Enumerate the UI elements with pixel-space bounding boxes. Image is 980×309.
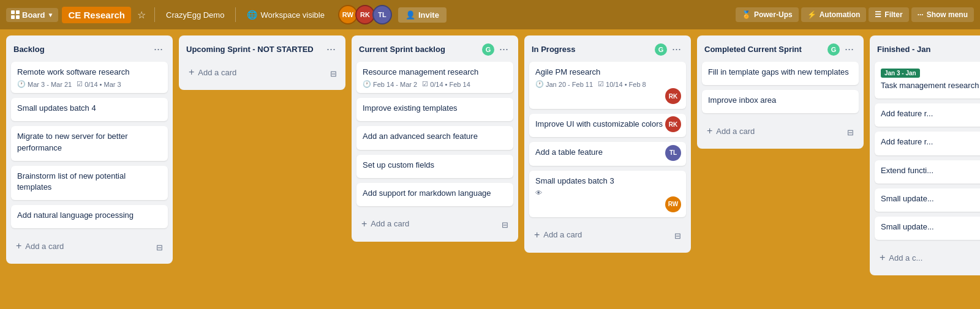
board-label: Board bbox=[22, 10, 45, 20]
card-meta-item: ☑10/14 • Feb 8 bbox=[598, 80, 646, 88]
board-title-button[interactable]: CE Research bbox=[62, 7, 131, 23]
archive-button[interactable]: ⊟ bbox=[329, 68, 338, 80]
card[interactable]: Improve existing templates bbox=[356, 98, 513, 121]
column-menu-button[interactable]: ··· bbox=[324, 42, 338, 57]
card[interactable]: Add an advanced search feature bbox=[356, 126, 513, 149]
g-sync-icon: G bbox=[482, 43, 494, 56]
card[interactable]: Fill in template gaps with new templates bbox=[702, 62, 859, 85]
archive-button[interactable]: ⊟ bbox=[845, 127, 856, 138]
invite-button[interactable]: 👤 Invite bbox=[398, 7, 447, 23]
card[interactable]: Extend functi... bbox=[875, 160, 980, 184]
meta-icon: ☑ bbox=[77, 80, 83, 88]
card-meta: 🕐Feb 14 - Mar 2☑0/14 • Feb 14 bbox=[363, 80, 507, 88]
card-title: Improve existing templates bbox=[363, 103, 507, 114]
add-card-button[interactable]: +Add a card bbox=[532, 225, 672, 245]
column-menu-button[interactable]: ··· bbox=[842, 42, 856, 57]
divider bbox=[235, 7, 236, 22]
card[interactable]: Small updates batch 4 bbox=[11, 98, 168, 121]
card-title: Add feature r... bbox=[881, 136, 980, 147]
board-button[interactable]: Board ▼ bbox=[6, 8, 58, 22]
card-title: Improve inbox area bbox=[708, 95, 853, 106]
card[interactable]: Add feature r... bbox=[875, 132, 980, 155]
plus-icon: + bbox=[707, 125, 712, 136]
card[interactable]: Small updates batch 3👁RW bbox=[529, 171, 686, 217]
plus-icon: + bbox=[16, 240, 21, 251]
card[interactable]: Agile PM research🕐Jan 20 - Feb 11☑10/14 … bbox=[529, 62, 686, 109]
filter-button[interactable]: ☰ Filter bbox=[869, 7, 908, 22]
card-meta-item: 🕐Jan 20 - Feb 11 bbox=[535, 80, 593, 88]
column-header-upcoming-sprint: Upcoming Sprint - NOT STARTED··· bbox=[179, 35, 345, 62]
card[interactable]: Add a table featureTL bbox=[529, 142, 686, 165]
add-card-button[interactable]: +Add a c... bbox=[877, 247, 980, 268]
column-finished: Finished - Jan···Jan 3 - JanTask managem… bbox=[870, 35, 980, 275]
crazyegg-button[interactable]: CrazyEgg Demo bbox=[161, 8, 229, 22]
card[interactable]: Add support for markdown language bbox=[356, 183, 513, 206]
column-body-upcoming-sprint: +Add a card⊟ bbox=[179, 62, 345, 90]
archive-button[interactable]: ⊟ bbox=[154, 242, 165, 253]
card[interactable]: Jan 3 - JanTask management research bbox=[875, 62, 980, 99]
column-title: In Progress bbox=[532, 45, 655, 54]
add-card-button[interactable]: +Add a card bbox=[186, 62, 329, 83]
card[interactable]: Improve inbox area bbox=[702, 90, 859, 113]
star-button[interactable]: ☆ bbox=[135, 7, 148, 23]
column-header-in-progress: In ProgressG··· bbox=[524, 35, 691, 62]
column-header-completed-current-sprint: Completed Current SprintG··· bbox=[697, 35, 864, 62]
card-avatar: RK bbox=[665, 88, 681, 104]
card-avatar: RW bbox=[665, 196, 681, 212]
person-icon: 👤 bbox=[405, 10, 415, 20]
card-title: Small updates batch 4 bbox=[17, 103, 162, 114]
card[interactable]: Small update... bbox=[875, 188, 980, 212]
column-current-sprint-backlog: Current Sprint backlogG···Resource manag… bbox=[352, 35, 518, 242]
card-meta-item: 🕐Feb 14 - Mar 2 bbox=[363, 80, 417, 88]
add-card-button[interactable]: +Add a card bbox=[359, 214, 499, 234]
card[interactable]: Add feature r... bbox=[875, 103, 980, 127]
card-title: Add support for markdown language bbox=[363, 188, 507, 199]
card[interactable]: Improve UI with customizable colorsRK bbox=[529, 114, 686, 137]
show-menu-button[interactable]: ··· Show menu bbox=[911, 7, 974, 22]
automation-button[interactable]: ⚡ Automation bbox=[801, 7, 867, 22]
column-menu-button[interactable]: ··· bbox=[669, 42, 684, 57]
card[interactable]: Remote work software research🕐Mar 3 - Ma… bbox=[11, 62, 168, 93]
column-menu-button[interactable]: ··· bbox=[151, 42, 165, 57]
card[interactable]: Migrate to new server for better perform… bbox=[11, 126, 168, 160]
column-completed-current-sprint: Completed Current SprintG···Fill in temp… bbox=[697, 35, 864, 149]
column-header-backlog: Backlog··· bbox=[6, 35, 173, 62]
card-title: Extend functi... bbox=[881, 165, 980, 176]
avatar-tl[interactable]: TL bbox=[372, 5, 392, 24]
card-meta: 🕐Mar 3 - Mar 21☑0/14 • Mar 3 bbox=[17, 80, 162, 88]
card[interactable]: Resource management research🕐Feb 14 - Ma… bbox=[356, 62, 513, 93]
workspace-label: Workspace visible bbox=[260, 10, 325, 20]
card[interactable]: Add natural language processing bbox=[11, 205, 168, 228]
column-menu-button[interactable]: ··· bbox=[497, 42, 511, 57]
automation-icon: ⚡ bbox=[807, 10, 816, 19]
power-ups-button[interactable]: 🏅 Power-Ups bbox=[736, 7, 799, 22]
add-card-row: +Add a card⊟ bbox=[702, 118, 859, 149]
archive-button[interactable]: ⊟ bbox=[499, 219, 511, 231]
archive-button[interactable]: ⊟ bbox=[672, 230, 684, 242]
card[interactable]: Set up custom fields bbox=[356, 155, 513, 178]
column-body-completed-current-sprint: Fill in template gaps with new templates… bbox=[697, 62, 864, 149]
meta-icon: ☑ bbox=[422, 80, 428, 88]
column-title: Current Sprint backlog bbox=[359, 45, 482, 54]
card-meta-item: 🕐Mar 3 - Mar 21 bbox=[17, 80, 72, 88]
column-header-current-sprint-backlog: Current Sprint backlogG··· bbox=[352, 35, 518, 62]
card-title: Add a table feature bbox=[535, 147, 680, 158]
card[interactable]: Small update... bbox=[875, 217, 980, 240]
header-right: 🏅 Power-Ups ⚡ Automation ☰ Filter ··· Sh… bbox=[736, 7, 974, 22]
add-card-button[interactable]: +Add a card bbox=[704, 121, 845, 141]
board: Backlog···Remote work software research🕐… bbox=[0, 29, 980, 309]
card-title: Task management research bbox=[881, 80, 980, 91]
add-card-row: +Add a c...⊟ bbox=[875, 245, 980, 275]
card-title: Add feature r... bbox=[881, 108, 980, 119]
card-title: Migrate to new server for better perform… bbox=[17, 131, 162, 153]
grid-icon bbox=[11, 10, 20, 19]
workspace-button[interactable]: 🌐 Workspace visible bbox=[242, 7, 330, 22]
column-title: Finished - Jan bbox=[877, 45, 980, 54]
card[interactable]: Brainstorm list of new potential templat… bbox=[11, 166, 168, 200]
card-avatar: TL bbox=[665, 145, 681, 161]
card-title: Set up custom fields bbox=[363, 160, 507, 171]
avatar-group: RW RK TL bbox=[338, 5, 392, 24]
add-card-button[interactable]: +Add a card bbox=[13, 236, 154, 256]
column-body-current-sprint-backlog: Resource management research🕐Feb 14 - Ma… bbox=[352, 62, 518, 242]
add-card-row: +Add a card⊟ bbox=[184, 62, 341, 90]
